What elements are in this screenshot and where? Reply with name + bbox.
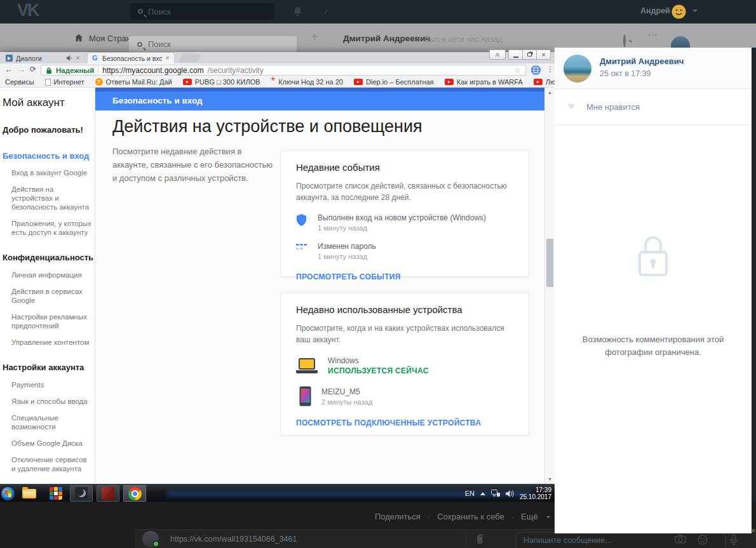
device-item[interactable]: Windows ИСПОЛЬЗУЕТСЯ СЕЙЧАС (296, 356, 513, 375)
question-icon (95, 78, 103, 86)
avatar[interactable] (564, 55, 591, 83)
volume-icon[interactable] (506, 490, 514, 497)
sidebar-item-device-activity[interactable]: Действия на устройствах и безопасность а… (3, 185, 92, 211)
review-events-link[interactable]: ПРОСМОТРЕТЬ СОБЫТИЯ (296, 272, 513, 281)
bookmark-star-icon[interactable] (514, 66, 521, 75)
scrollbar[interactable] (544, 88, 555, 484)
attached-link[interactable]: https://vk.com/wall193154066_3461 (170, 535, 297, 544)
microphone-icon[interactable] (729, 534, 738, 545)
tab-security[interactable]: Безопасность и вход (88, 53, 174, 63)
chrome-taskbar-button[interactable] (123, 485, 146, 502)
sidebar-item-signin[interactable]: Вход в аккаунт Google (3, 168, 92, 177)
sidebar-item-security[interactable]: Безопасность и вход (3, 151, 92, 161)
chevron-down-icon[interactable] (692, 10, 698, 15)
sidebar-item-delete-account[interactable]: Отключение сервисов и удаление аккаунта (3, 455, 92, 473)
camera-icon[interactable] (675, 535, 686, 544)
event-item[interactable]: Выполнен вход на новом устройстве (Windo… (296, 213, 513, 232)
scroll-down-icon[interactable] (545, 477, 555, 481)
tab-audio-icon[interactable] (66, 55, 72, 61)
windows-taskbar: EN 17:39 25.10.2017 (0, 484, 555, 502)
sidebar-item-payments[interactable]: Payments (3, 380, 92, 389)
card-description: Просмотрите, когда и на каких устройства… (296, 323, 515, 345)
address-bar[interactable]: Надежный https://myaccount.google.com/se… (41, 65, 526, 76)
vk-user-avatar[interactable] (672, 4, 686, 19)
author-name-link[interactable]: Дмитрий Андреевич (600, 57, 684, 66)
bookmark-item[interactable]: Как играть в WARFA (445, 78, 523, 86)
youtube-icon (445, 79, 454, 85)
share-link[interactable]: Поделиться (375, 512, 421, 521)
save-link[interactable]: Сохранить к себе (437, 512, 504, 521)
scroll-up-icon[interactable] (545, 90, 555, 95)
rubiks-cube-app-button[interactable] (44, 485, 67, 502)
event-title: Выполнен вход на новом устройстве (Windo… (318, 213, 486, 222)
tray-expand-icon[interactable] (480, 490, 485, 495)
device-item[interactable]: MEIZU_M5 2 минуты назад (296, 386, 513, 406)
vk-logo[interactable]: VK (17, 1, 39, 20)
bookmark-item[interactable]: PUBG □ 300 КИЛОВ (183, 78, 260, 86)
browser-menu-icon[interactable] (546, 65, 554, 74)
extension-globe-icon[interactable] (531, 65, 541, 75)
reload-button[interactable] (30, 65, 36, 74)
youtube-icon (354, 79, 363, 85)
bookmark-item[interactable]: Люцифер - YouTube (534, 78, 555, 86)
scrollbar-thumb[interactable] (546, 239, 553, 287)
sidebar-item-welcome[interactable]: Добро пожаловать! (3, 125, 92, 135)
music-note-icon[interactable] (323, 5, 328, 16)
back-button[interactable] (4, 65, 13, 74)
eset-icon (271, 78, 276, 86)
vk-user-name[interactable]: Андрей (640, 6, 670, 15)
like-label[interactable]: Мне нравится (586, 102, 640, 112)
sidebar-item-connected-apps[interactable]: Приложения, у которых есть доступ к акка… (3, 219, 92, 237)
sidebar-item-language[interactable]: Язык и способы ввода (3, 397, 92, 406)
sidebar-item-content-management[interactable]: Управление контентом (3, 338, 92, 347)
like-row[interactable]: Мне нравится (555, 89, 752, 125)
sidebar-item-privacy[interactable]: Конфиденциальность (3, 253, 92, 263)
smiley-icon[interactable] (698, 535, 708, 545)
sidebar-item-ads-settings[interactable]: Настройки рекламных предпочтений (3, 312, 92, 330)
notifications-bell-icon[interactable] (293, 6, 302, 16)
sidebar-item-drive-storage[interactable]: Объем Google Диска (3, 439, 92, 448)
sidebar-item-personal-info[interactable]: Личная информация (3, 271, 92, 279)
event-item[interactable]: Изменен пароль 1 минуту назад (296, 242, 513, 260)
message-placeholder: Напишите сообщение... (523, 536, 612, 545)
photo-date[interactable]: 25 окт в 17:39 (600, 69, 651, 78)
bookmark-item[interactable]: Интернет (45, 78, 84, 86)
bookmark-item[interactable]: Сервисы (5, 78, 34, 86)
start-button[interactable] (0, 485, 19, 502)
close-tab-icon[interactable] (76, 55, 80, 61)
network-icon[interactable] (491, 490, 500, 497)
minimize-button[interactable] (508, 50, 523, 60)
bookmark-item[interactable]: Diep.io – Бесплатная (354, 78, 434, 86)
review-devices-link[interactable]: ПОСМОТРЕТЬ ПОДКЛЮЧЕННЫЕ УСТРОЙСТВА (296, 418, 513, 427)
media-app-button[interactable] (70, 485, 93, 502)
language-indicator[interactable]: EN (465, 490, 475, 497)
sidebar-item-account-prefs[interactable]: Настройки аккаунта (3, 363, 92, 373)
dota2-button[interactable] (97, 485, 119, 502)
card-title: Недавно использованные устройства (296, 304, 513, 315)
explorer-button[interactable] (18, 485, 41, 502)
avatar[interactable] (142, 531, 159, 547)
more-link[interactable]: Ещё (521, 512, 538, 521)
bookmark-item[interactable]: Ответы Mail.Ru: Дай (95, 78, 172, 86)
tray-clock[interactable]: 17:39 25.10.2017 (520, 486, 551, 500)
close-viewer-icon[interactable] (751, 528, 756, 534)
restore-button[interactable] (522, 50, 537, 60)
secure-chip[interactable]: Надежный (56, 67, 94, 74)
tab-dialogs[interactable]: Диалоги (1, 53, 85, 63)
close-tab-icon[interactable] (165, 55, 170, 61)
new-tab-button[interactable] (179, 54, 202, 62)
search-icon (138, 9, 143, 14)
tray-date: 25.10.2017 (520, 493, 551, 500)
bookmark-item[interactable]: Ключи Нод 32 на 20 (271, 78, 343, 86)
bookmark-label: PUBG □ 300 КИЛОВ (195, 78, 260, 86)
attach-paperclip-icon[interactable] (474, 533, 485, 545)
forward-button[interactable] (17, 65, 25, 74)
close-button[interactable] (536, 50, 551, 60)
sidebar-item-activity-controls[interactable]: Действия в сервисах Google (3, 287, 92, 305)
vk-header-search[interactable]: Поиск (130, 3, 274, 20)
sidebar-item-accessibility[interactable]: Специальные возможности (3, 413, 92, 431)
heart-icon[interactable] (568, 100, 575, 113)
extra-window-button[interactable]: A (489, 50, 506, 60)
chevron-down-icon (546, 516, 550, 520)
search-icon (623, 36, 626, 47)
